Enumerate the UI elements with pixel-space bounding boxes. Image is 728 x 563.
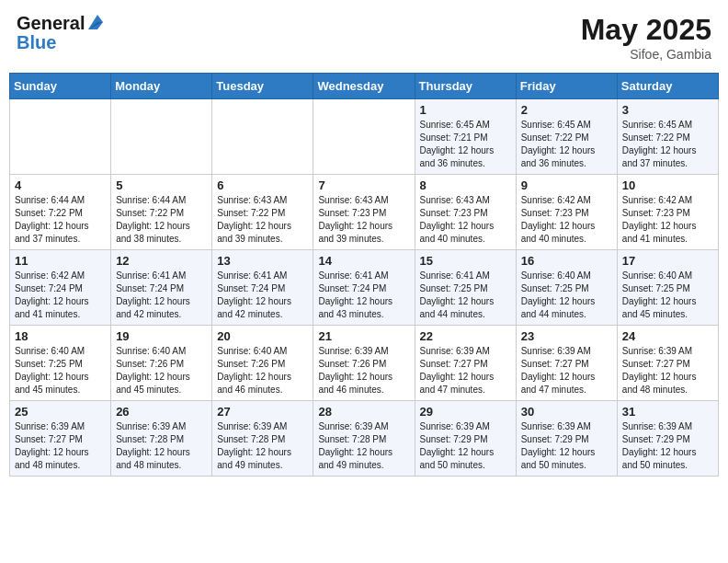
day-info: Sunrise: 6:41 AM Sunset: 7:24 PM Dayligh… xyxy=(116,270,207,321)
day-number: 19 xyxy=(116,329,207,343)
calendar-cell: 13Sunrise: 6:41 AM Sunset: 7:24 PM Dayli… xyxy=(212,250,313,326)
calendar-cell: 3Sunrise: 6:45 AM Sunset: 7:22 PM Daylig… xyxy=(617,99,718,175)
page-header: General Blue May 2025 Sifoe, Gambia xyxy=(9,9,719,65)
day-info: Sunrise: 6:39 AM Sunset: 7:29 PM Dayligh… xyxy=(622,420,713,472)
day-number: 4 xyxy=(15,178,106,192)
day-info: Sunrise: 6:39 AM Sunset: 7:29 PM Dayligh… xyxy=(521,420,612,472)
day-number: 8 xyxy=(420,178,511,192)
calendar-cell xyxy=(111,99,212,175)
calendar-week-2: 4Sunrise: 6:44 AM Sunset: 7:22 PM Daylig… xyxy=(10,175,719,250)
logo: General Blue xyxy=(17,13,105,52)
day-info: Sunrise: 6:41 AM Sunset: 7:25 PM Dayligh… xyxy=(420,270,511,321)
day-info: Sunrise: 6:39 AM Sunset: 7:27 PM Dayligh… xyxy=(622,345,713,396)
day-number: 10 xyxy=(622,178,713,192)
calendar-cell xyxy=(313,99,415,175)
day-number: 5 xyxy=(116,178,207,192)
logo-general: General xyxy=(17,14,85,32)
calendar-cell: 2Sunrise: 6:45 AM Sunset: 7:22 PM Daylig… xyxy=(516,99,617,175)
day-info: Sunrise: 6:39 AM Sunset: 7:27 PM Dayligh… xyxy=(521,345,612,396)
day-info: Sunrise: 6:41 AM Sunset: 7:24 PM Dayligh… xyxy=(318,270,409,321)
day-number: 24 xyxy=(622,329,713,343)
day-info: Sunrise: 6:39 AM Sunset: 7:26 PM Dayligh… xyxy=(318,345,409,396)
day-number: 13 xyxy=(217,254,308,268)
calendar-cell xyxy=(212,99,313,175)
calendar-cell: 15Sunrise: 6:41 AM Sunset: 7:25 PM Dayli… xyxy=(415,250,516,326)
day-number: 1 xyxy=(420,103,511,117)
title-block: May 2025 Sifoe, Gambia xyxy=(581,13,711,62)
day-number: 16 xyxy=(521,254,612,268)
day-number: 15 xyxy=(420,254,511,268)
calendar-cell: 18Sunrise: 6:40 AM Sunset: 7:25 PM Dayli… xyxy=(10,326,111,401)
calendar-week-3: 11Sunrise: 6:42 AM Sunset: 7:24 PM Dayli… xyxy=(10,250,719,326)
header-thursday: Thursday xyxy=(415,74,516,99)
day-info: Sunrise: 6:42 AM Sunset: 7:24 PM Dayligh… xyxy=(15,270,106,321)
calendar-cell: 19Sunrise: 6:40 AM Sunset: 7:26 PM Dayli… xyxy=(111,326,212,401)
day-info: Sunrise: 6:40 AM Sunset: 7:26 PM Dayligh… xyxy=(116,345,207,396)
calendar-cell: 31Sunrise: 6:39 AM Sunset: 7:29 PM Dayli… xyxy=(617,401,718,477)
logo-icon xyxy=(85,13,105,33)
calendar-cell: 17Sunrise: 6:40 AM Sunset: 7:25 PM Dayli… xyxy=(617,250,718,326)
day-number: 17 xyxy=(622,254,713,268)
month-title: May 2025 xyxy=(581,13,711,47)
day-info: Sunrise: 6:43 AM Sunset: 7:23 PM Dayligh… xyxy=(318,194,409,246)
day-info: Sunrise: 6:39 AM Sunset: 7:27 PM Dayligh… xyxy=(420,345,511,396)
header-tuesday: Tuesday xyxy=(212,74,313,99)
day-number: 14 xyxy=(318,254,409,268)
day-number: 6 xyxy=(217,178,308,192)
calendar-cell: 10Sunrise: 6:42 AM Sunset: 7:23 PM Dayli… xyxy=(617,175,718,250)
calendar-cell: 22Sunrise: 6:39 AM Sunset: 7:27 PM Dayli… xyxy=(415,326,516,401)
day-number: 25 xyxy=(15,405,106,419)
calendar-cell: 11Sunrise: 6:42 AM Sunset: 7:24 PM Dayli… xyxy=(10,250,111,326)
day-number: 12 xyxy=(116,254,207,268)
calendar-cell: 8Sunrise: 6:43 AM Sunset: 7:23 PM Daylig… xyxy=(415,175,516,250)
day-info: Sunrise: 6:39 AM Sunset: 7:29 PM Dayligh… xyxy=(420,420,511,472)
day-number: 22 xyxy=(420,329,511,343)
day-number: 27 xyxy=(217,405,308,419)
day-info: Sunrise: 6:45 AM Sunset: 7:22 PM Dayligh… xyxy=(521,119,612,170)
day-number: 29 xyxy=(420,405,511,419)
calendar-cell: 7Sunrise: 6:43 AM Sunset: 7:23 PM Daylig… xyxy=(313,175,415,250)
calendar-cell: 27Sunrise: 6:39 AM Sunset: 7:28 PM Dayli… xyxy=(212,401,313,477)
day-info: Sunrise: 6:40 AM Sunset: 7:25 PM Dayligh… xyxy=(15,345,106,396)
calendar-cell: 25Sunrise: 6:39 AM Sunset: 7:27 PM Dayli… xyxy=(10,401,111,477)
header-saturday: Saturday xyxy=(617,74,718,99)
calendar-cell: 9Sunrise: 6:42 AM Sunset: 7:23 PM Daylig… xyxy=(516,175,617,250)
calendar-week-5: 25Sunrise: 6:39 AM Sunset: 7:27 PM Dayli… xyxy=(10,401,719,477)
day-number: 31 xyxy=(622,405,713,419)
calendar-cell: 1Sunrise: 6:45 AM Sunset: 7:21 PM Daylig… xyxy=(415,99,516,175)
header-sunday: Sunday xyxy=(10,74,111,99)
header-friday: Friday xyxy=(516,74,617,99)
day-number: 18 xyxy=(15,329,106,343)
calendar-cell: 20Sunrise: 6:40 AM Sunset: 7:26 PM Dayli… xyxy=(212,326,313,401)
calendar-cell: 6Sunrise: 6:43 AM Sunset: 7:22 PM Daylig… xyxy=(212,175,313,250)
header-monday: Monday xyxy=(111,74,212,99)
calendar-cell: 5Sunrise: 6:44 AM Sunset: 7:22 PM Daylig… xyxy=(111,175,212,250)
calendar-week-1: 1Sunrise: 6:45 AM Sunset: 7:21 PM Daylig… xyxy=(10,99,719,175)
day-info: Sunrise: 6:39 AM Sunset: 7:28 PM Dayligh… xyxy=(217,420,308,472)
calendar-cell xyxy=(10,99,111,175)
day-info: Sunrise: 6:45 AM Sunset: 7:21 PM Dayligh… xyxy=(420,119,511,170)
day-number: 2 xyxy=(521,103,612,117)
calendar-cell: 28Sunrise: 6:39 AM Sunset: 7:28 PM Dayli… xyxy=(313,401,415,477)
day-info: Sunrise: 6:40 AM Sunset: 7:25 PM Dayligh… xyxy=(521,270,612,321)
calendar-cell: 14Sunrise: 6:41 AM Sunset: 7:24 PM Dayli… xyxy=(313,250,415,326)
logo-blue: Blue xyxy=(17,33,56,52)
calendar-cell: 29Sunrise: 6:39 AM Sunset: 7:29 PM Dayli… xyxy=(415,401,516,477)
location: Sifoe, Gambia xyxy=(581,47,711,62)
calendar-cell: 16Sunrise: 6:40 AM Sunset: 7:25 PM Dayli… xyxy=(516,250,617,326)
day-number: 30 xyxy=(521,405,612,419)
day-number: 11 xyxy=(15,254,106,268)
calendar-week-4: 18Sunrise: 6:40 AM Sunset: 7:25 PM Dayli… xyxy=(10,326,719,401)
day-info: Sunrise: 6:43 AM Sunset: 7:22 PM Dayligh… xyxy=(217,194,308,246)
day-number: 28 xyxy=(318,405,409,419)
day-number: 9 xyxy=(521,178,612,192)
day-number: 23 xyxy=(521,329,612,343)
calendar-cell: 21Sunrise: 6:39 AM Sunset: 7:26 PM Dayli… xyxy=(313,326,415,401)
calendar-cell: 23Sunrise: 6:39 AM Sunset: 7:27 PM Dayli… xyxy=(516,326,617,401)
day-number: 3 xyxy=(622,103,713,117)
day-info: Sunrise: 6:39 AM Sunset: 7:27 PM Dayligh… xyxy=(15,420,106,472)
calendar-cell: 24Sunrise: 6:39 AM Sunset: 7:27 PM Dayli… xyxy=(617,326,718,401)
day-info: Sunrise: 6:41 AM Sunset: 7:24 PM Dayligh… xyxy=(217,270,308,321)
day-number: 7 xyxy=(318,178,409,192)
calendar-cell: 12Sunrise: 6:41 AM Sunset: 7:24 PM Dayli… xyxy=(111,250,212,326)
